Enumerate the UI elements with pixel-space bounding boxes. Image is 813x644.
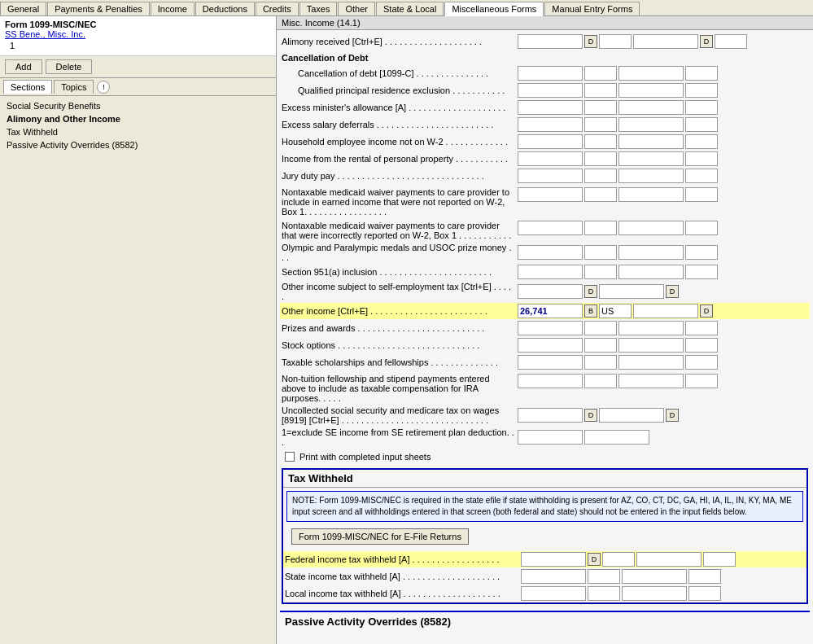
local-tax-input-3[interactable] [622, 586, 687, 601]
section-item-tax-withheld[interactable]: Tax Withheld [3, 125, 273, 138]
tab-state-local[interactable]: State & Local [376, 2, 444, 15]
tab-misc-forms[interactable]: Miscellaneous Forms [444, 2, 544, 16]
state-tax-input-1[interactable] [521, 569, 586, 584]
other-income-input-2[interactable] [633, 304, 698, 318]
excess-minister-input-4[interactable] [685, 100, 718, 115]
state-tax-input-2[interactable] [588, 569, 620, 584]
add-button[interactable]: Add [5, 59, 42, 74]
rental-input-3[interactable] [618, 151, 684, 166]
excess-minister-input-3[interactable] [618, 100, 684, 115]
jury-input-4[interactable] [685, 169, 718, 183]
scholarships-input-4[interactable] [685, 355, 718, 370]
section951-input-2[interactable] [584, 265, 617, 279]
delete-button[interactable]: Delete [46, 59, 93, 74]
excess-salary-input-2[interactable] [584, 117, 617, 132]
tab-payments[interactable]: Payments & Penalties [47, 2, 150, 15]
other-income-override-1[interactable]: B [584, 304, 597, 318]
excess-salary-input-4[interactable] [685, 117, 718, 132]
olympic-input-2[interactable] [584, 245, 617, 260]
state-tax-input-3[interactable] [622, 569, 687, 584]
federal-tax-input-2[interactable] [602, 552, 635, 567]
qualified-input-3[interactable] [618, 83, 684, 98]
exclude-se-input-1[interactable] [518, 430, 583, 445]
stock-input-1[interactable] [518, 338, 583, 353]
info-icon[interactable]: ! [97, 81, 110, 94]
alimony-input-1[interactable] [518, 34, 583, 49]
state-tax-input-4[interactable] [688, 569, 721, 584]
efile-button[interactable]: Form 1099-MISC/NEC for E-File Returns [291, 528, 469, 545]
stock-input-3[interactable] [618, 338, 684, 353]
excess-minister-input-2[interactable] [584, 100, 617, 115]
excess-minister-input-1[interactable] [518, 100, 583, 115]
nontaxable-2-input-2[interactable] [584, 221, 617, 235]
stock-input-2[interactable] [584, 338, 617, 353]
cancellation-input-1[interactable] [518, 66, 583, 81]
uncollected-override-1[interactable]: D [584, 409, 597, 422]
rental-input-1[interactable] [518, 151, 583, 166]
alimony-input-3[interactable] [633, 34, 698, 49]
stock-input-4[interactable] [685, 338, 718, 353]
nontaxable-1-input-2[interactable] [584, 187, 617, 202]
olympic-input-3[interactable] [618, 245, 684, 260]
local-tax-input-2[interactable] [588, 586, 620, 601]
cancellation-input-2[interactable] [584, 66, 617, 81]
print-checkbox[interactable] [285, 452, 295, 462]
uncollected-override-2[interactable]: D [666, 409, 679, 422]
alimony-input-2[interactable] [599, 34, 632, 49]
non-tuition-input-3[interactable] [618, 374, 684, 388]
qualified-input-2[interactable] [584, 83, 617, 98]
other-se-override-2[interactable]: D [666, 285, 679, 298]
prizes-input-1[interactable] [518, 321, 583, 335]
household-input-3[interactable] [618, 134, 684, 149]
exclude-se-input-2[interactable] [584, 430, 649, 445]
household-input-2[interactable] [584, 134, 617, 149]
household-input-1[interactable] [518, 134, 583, 149]
uncollected-input-1[interactable] [518, 408, 583, 423]
nontaxable-1-input-3[interactable] [618, 187, 684, 202]
prizes-input-2[interactable] [584, 321, 617, 335]
uncollected-input-2[interactable] [599, 408, 664, 423]
section951-input-1[interactable] [518, 265, 583, 279]
federal-tax-input-4[interactable] [703, 552, 736, 567]
qualified-input-1[interactable] [518, 83, 583, 98]
local-tax-input-4[interactable] [688, 586, 721, 601]
other-se-input-1[interactable] [518, 284, 583, 299]
tab-general[interactable]: General [0, 2, 46, 15]
tab-credits[interactable]: Credits [256, 2, 299, 15]
household-input-4[interactable] [685, 134, 718, 149]
non-tuition-input-1[interactable] [518, 374, 583, 388]
jury-input-3[interactable] [618, 169, 684, 183]
form-link[interactable]: SS Bene., Misc. Inc. [5, 29, 271, 39]
tab-taxes[interactable]: Taxes [299, 2, 338, 15]
tab-manual-entry[interactable]: Manual Entry Forms [544, 2, 640, 15]
prizes-input-4[interactable] [685, 321, 718, 335]
non-tuition-input-2[interactable] [584, 374, 617, 388]
alimony-override-1[interactable]: D [584, 35, 597, 48]
alimony-override-2[interactable]: D [700, 35, 713, 48]
federal-tax-input-1[interactable] [521, 552, 586, 567]
cancellation-input-4[interactable] [685, 66, 718, 81]
section-item-passive-activity[interactable]: Passive Activity Overrides (8582) [3, 138, 273, 151]
nontaxable-2-input-4[interactable] [685, 221, 718, 235]
olympic-input-4[interactable] [685, 245, 718, 260]
local-tax-input-1[interactable] [521, 586, 586, 601]
other-income-input-1[interactable] [518, 304, 583, 318]
non-tuition-input-4[interactable] [685, 374, 718, 388]
tab-sections[interactable]: Sections [3, 80, 52, 94]
nontaxable-1-input-1[interactable] [518, 187, 583, 202]
scholarships-input-3[interactable] [618, 355, 684, 370]
nontaxable-2-input-3[interactable] [618, 221, 684, 235]
cancellation-input-3[interactable] [618, 66, 684, 81]
other-se-input-2[interactable] [599, 284, 664, 299]
section-item-social-security[interactable]: Social Security Benefits [3, 99, 273, 112]
tab-topics[interactable]: Topics [54, 80, 94, 94]
excess-salary-input-3[interactable] [618, 117, 684, 132]
scholarships-input-1[interactable] [518, 355, 583, 370]
prizes-input-3[interactable] [618, 321, 684, 335]
jury-input-1[interactable] [518, 169, 583, 183]
qualified-input-4[interactable] [685, 83, 718, 98]
tab-deductions[interactable]: Deductions [195, 2, 255, 15]
tab-income[interactable]: Income [151, 2, 195, 15]
other-se-override-1[interactable]: D [584, 285, 597, 298]
alimony-input-4[interactable] [715, 34, 747, 49]
